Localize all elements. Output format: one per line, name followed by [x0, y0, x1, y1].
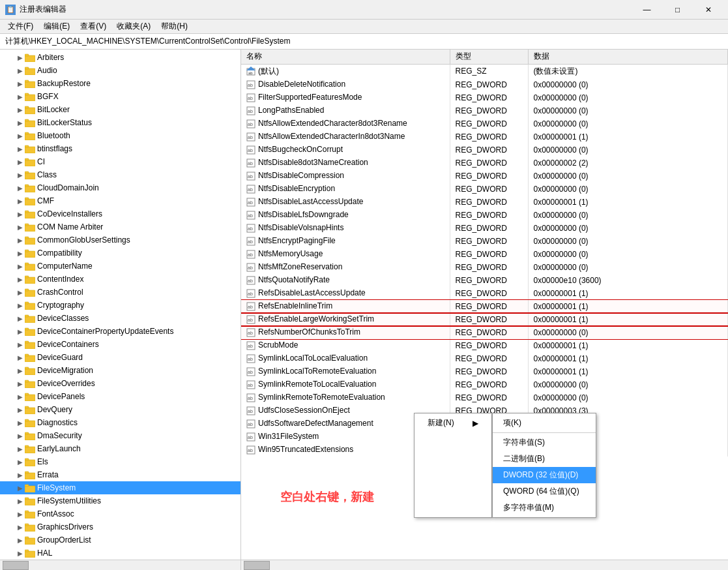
tree-item[interactable]: ▶DeviceGuard: [0, 351, 240, 364]
folder-icon: [25, 549, 35, 558]
tree-item[interactable]: ▶DeviceContainerPropertyUpdateEvents: [0, 325, 240, 338]
table-row[interactable]: abNtfsMftZoneReservationREG_DWORD0x00000…: [241, 261, 728, 274]
tree-item[interactable]: ▶Audio: [0, 64, 240, 77]
submenu-item[interactable]: DWORD (32 位值)(D): [493, 467, 596, 483]
table-row[interactable]: abRefsEnableInlineTrimREG_DWORD0x0000000…: [241, 300, 728, 313]
submenu-item[interactable]: 多字符串值(M): [493, 500, 596, 516]
registry-type: REG_DWORD: [450, 287, 528, 300]
new-menu-item[interactable]: 新建(N) ▶: [415, 415, 491, 431]
table-row[interactable]: abSymlinkRemoteToRemoteEvaluationREG_DWO…: [241, 391, 728, 404]
tree-item[interactable]: ▶Bluetooth: [0, 129, 240, 142]
tree-item[interactable]: ▶BitLocker: [0, 103, 240, 116]
tree-arrow-icon: ▶: [16, 472, 25, 479]
table-row[interactable]: abNtfsDisableLfsDowngradeREG_DWORD0x0000…: [241, 209, 728, 222]
table-row[interactable]: abRefsEnableLargeWorkingSetTrimREG_DWORD…: [241, 313, 728, 326]
submenu-item[interactable]: 字符串值(S): [493, 434, 596, 451]
table-row[interactable]: abNtfsDisableCompressionREG_DWORD0x00000…: [241, 170, 728, 183]
registry-data: 0x00000000 (0): [528, 209, 728, 222]
tree-item[interactable]: ▶Arbiters: [0, 51, 240, 64]
table-row[interactable]: abNtfsDisableEncryptionREG_DWORD0x000000…: [241, 183, 728, 196]
table-row[interactable]: ab(默认)REG_SZ(数值未设置): [241, 64, 728, 78]
table-row[interactable]: abNtfsDisableVolsnapHintsREG_DWORD0x0000…: [241, 222, 728, 235]
tree-item[interactable]: ▶DevicePanels: [0, 390, 240, 403]
tree-item[interactable]: ▶BackupRestore: [0, 77, 240, 90]
submenu-item[interactable]: QWORD (64 位值)(Q): [493, 483, 596, 500]
table-row[interactable]: abNtfsDisable8dot3NameCreationREG_DWORD0…: [241, 157, 728, 170]
tree-item[interactable]: ▶CommonGlobUserSettings: [0, 233, 240, 247]
minimize-button[interactable]: —: [632, 0, 662, 20]
tree-item[interactable]: ▶ContentIndex: [0, 273, 240, 286]
tree-item[interactable]: ▶FileSystem: [0, 481, 240, 494]
tree-item[interactable]: ▶Class: [0, 168, 240, 181]
table-row[interactable]: abNtfsQuotaNotifyRateREG_DWORD0x00000e10…: [241, 274, 728, 287]
tree-item[interactable]: ▶Compatibility: [0, 247, 240, 260]
col-type[interactable]: 类型: [450, 50, 528, 64]
close-button[interactable]: ✕: [693, 0, 723, 20]
tree-arrow-icon: ▶: [16, 458, 25, 466]
menu-item-a[interactable]: 收藏夹(A): [111, 20, 156, 33]
table-row[interactable]: abSymlinkRemoteToLocalEvaluationREG_DWOR…: [241, 378, 728, 391]
tree-item-label: DmaSecurity: [37, 431, 82, 440]
tree-item[interactable]: ▶ComputerName: [0, 260, 240, 273]
table-row[interactable]: abSymlinkLocalToLocalEvaluationREG_DWORD…: [241, 352, 728, 365]
tree-item[interactable]: ▶BGFX: [0, 90, 240, 103]
table-row[interactable]: abDisableDeleteNotificationREG_DWORD0x00…: [241, 78, 728, 91]
registry-name: NtfsDisableVolsnapHints: [258, 223, 343, 232]
window-title: 注册表编辑器: [20, 4, 66, 15]
tree-item[interactable]: ▶btinstflags: [0, 142, 240, 155]
table-row[interactable]: abFilterSupportedFeaturesModeREG_DWORD0x…: [241, 91, 728, 104]
tree-item[interactable]: ▶EarlyLaunch: [0, 442, 240, 455]
tree-item-label: DeviceClasses: [37, 314, 89, 323]
tree-item[interactable]: ▶BitLockerStatus: [0, 116, 240, 129]
maximize-button[interactable]: □: [663, 0, 692, 20]
tree-item[interactable]: ▶CloudDomainJoin: [0, 181, 240, 194]
tree-item[interactable]: ▶CoDeviceInstallers: [0, 207, 240, 220]
menu-item-f[interactable]: 文件(F): [3, 20, 38, 33]
table-row[interactable]: abLongPathsEnabledREG_DWORD0x00000000 (0…: [241, 104, 728, 117]
table-row[interactable]: abNtfsAllowExtendedCharacterIn8dot3NameR…: [241, 130, 728, 143]
submenu-item[interactable]: 项(K): [493, 415, 596, 431]
tree-item[interactable]: ▶Cryptography: [0, 299, 240, 312]
table-row[interactable]: abScrubModeREG_DWORD0x00000001 (1): [241, 339, 728, 352]
values-h-scrollbar[interactable]: [241, 560, 728, 570]
tree-item[interactable]: ▶GraphicsDrivers: [0, 520, 240, 533]
tree-item[interactable]: ▶FileSystemUtilities: [0, 494, 240, 507]
tree-scroll[interactable]: ▶Arbiters▶Audio▶BackupRestore▶BGFX▶BitLo…: [0, 50, 240, 560]
table-row[interactable]: abRefsDisableLastAccessUpdateREG_DWORD0x…: [241, 287, 728, 300]
tree-item[interactable]: ▶DeviceOverrides: [0, 377, 240, 390]
tree-item[interactable]: ▶Els: [0, 455, 240, 468]
registry-data: 0x00000000 (0): [528, 170, 728, 183]
table-row[interactable]: abNtfsMemoryUsageREG_DWORD0x00000000 (0): [241, 248, 728, 261]
tree-h-scrollbar[interactable]: [0, 560, 240, 570]
table-row[interactable]: abNtfsDisableLastAccessUpdateREG_DWORD0x…: [241, 196, 728, 209]
registry-type: REG_DWORD: [450, 143, 528, 157]
tree-item[interactable]: ▶DmaSecurity: [0, 429, 240, 442]
col-name[interactable]: 名称: [241, 50, 450, 64]
tree-item[interactable]: ▶DevQuery: [0, 403, 240, 416]
tree-item[interactable]: ▶COM Name Arbiter: [0, 220, 240, 233]
tree-item[interactable]: ▶DeviceContainers: [0, 338, 240, 351]
tree-item[interactable]: ▶CMF: [0, 194, 240, 207]
tree-item[interactable]: ▶FontAssoc: [0, 507, 240, 520]
tree-item[interactable]: ▶Diagnostics: [0, 416, 240, 429]
menu-item-h[interactable]: 帮助(H): [156, 20, 193, 33]
table-row[interactable]: abRefsNumberOfChunksToTrimREG_DWORD0x000…: [241, 326, 728, 339]
tree-arrow-icon: ▶: [16, 276, 25, 283]
tree-item[interactable]: ▶GroupOrderList: [0, 533, 240, 547]
tree-item[interactable]: ▶Errata: [0, 468, 240, 481]
table-row[interactable]: abSymlinkLocalToRemoteEvaluationREG_DWOR…: [241, 365, 728, 378]
tree-item[interactable]: ▶CrashControl: [0, 286, 240, 299]
registry-name-cell: abRefsNumberOfChunksToTrim: [241, 326, 450, 339]
tree-item[interactable]: ▶DeviceClasses: [0, 312, 240, 325]
table-row[interactable]: abNtfsBugcheckOnCorruptREG_DWORD0x000000…: [241, 143, 728, 157]
table-row[interactable]: abNtfsAllowExtendedCharacter8dot3RenameR…: [241, 117, 728, 130]
col-data[interactable]: 数据: [528, 50, 728, 64]
tree-item[interactable]: ▶DeviceMigration: [0, 364, 240, 377]
submenu-item[interactable]: 二进制值(B): [493, 451, 596, 467]
menu-item-e[interactable]: 编辑(E): [38, 20, 75, 33]
tree-item[interactable]: ▶CI: [0, 155, 240, 168]
tree-item[interactable]: ▶HAL: [0, 547, 240, 560]
menu-item-v[interactable]: 查看(V): [75, 20, 111, 33]
folder-icon: [25, 471, 35, 479]
table-row[interactable]: abNtfsEncryptPagingFileREG_DWORD0x000000…: [241, 235, 728, 248]
